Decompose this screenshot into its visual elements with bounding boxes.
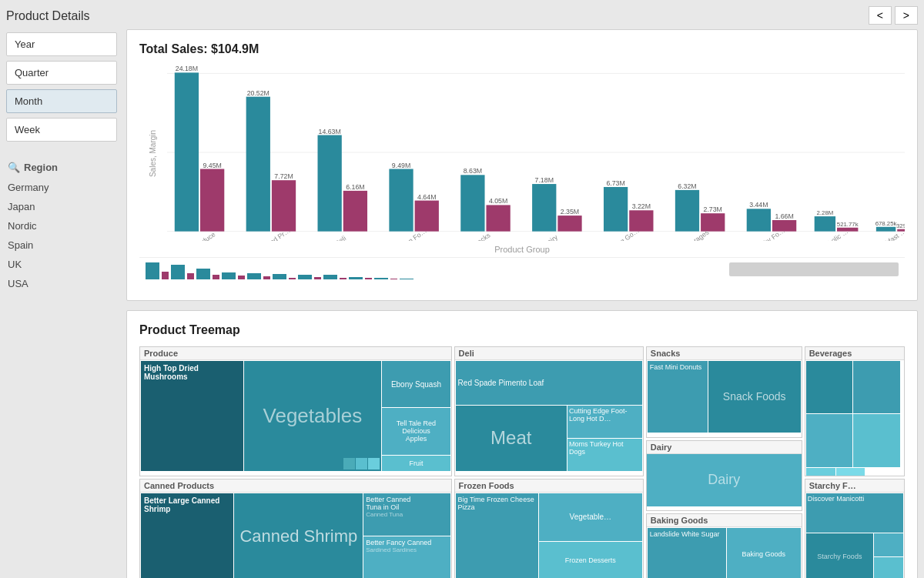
svg-text:521.77k: 521.77k — [837, 221, 859, 228]
section-produce-label: Produce — [140, 347, 451, 360]
svg-rect-51 — [815, 216, 835, 232]
produce-fruit: Fruit — [382, 456, 450, 471]
frozen-pizza: Big Time Frozen Cheese Pizza — [456, 493, 538, 578]
section-canned-label: Canned Products — [140, 479, 451, 493]
baking-goods: Baking Goods — [727, 528, 801, 578]
region-uk[interactable]: UK — [6, 255, 117, 274]
deli-moms-turkey: Moms Turkey Hot Dogs — [567, 439, 642, 471]
svg-text:6.73M: 6.73M — [606, 179, 624, 187]
svg-text:6.16M: 6.16M — [346, 183, 364, 191]
deli-cutting-edge: Cutting Edge Foot-Long Hot D… — [567, 406, 642, 438]
svg-rect-56 — [876, 227, 896, 232]
region-usa[interactable]: USA — [6, 274, 117, 293]
svg-text:1.66M: 1.66M — [775, 212, 793, 220]
filter-year[interactable]: Year — [6, 32, 117, 56]
svg-rect-6 — [175, 72, 199, 231]
nav-forward[interactable]: > — [895, 6, 918, 25]
page-title: Product Details — [6, 6, 117, 32]
svg-text:2.28M: 2.28M — [817, 209, 834, 216]
deli-meat: Meat — [456, 406, 567, 471]
chart-scroll[interactable] — [139, 257, 905, 288]
snacks-donuts: Fast Mini Donuts — [648, 361, 708, 433]
svg-text:9.49M: 9.49M — [392, 162, 410, 169]
svg-rect-31 — [532, 184, 556, 232]
region-filter-title: 🔍 Region — [6, 157, 117, 178]
svg-text:14.63M: 14.63M — [319, 128, 341, 135]
svg-text:7.18M: 7.18M — [535, 176, 554, 184]
section-starchy-label: Starchy F… — [805, 479, 904, 493]
produce-ebony-squash: Ebony Squash — [382, 361, 450, 407]
canned-shrimp-big: Canned Shrimp — [234, 493, 363, 578]
region-japan[interactable]: Japan — [6, 197, 117, 216]
canned-tuna: Better Canned Tuna in Oil Canned Tuna — [363, 493, 450, 536]
svg-text:678.25k: 678.25k — [875, 220, 897, 227]
treemap-title: Product Treemap — [139, 323, 905, 337]
frozen-vegetables: Vegetable… — [539, 493, 642, 541]
svg-rect-21 — [389, 169, 413, 232]
svg-rect-33 — [557, 215, 581, 232]
snacks-foods: Snack Foods — [708, 361, 801, 433]
svg-rect-11 — [246, 97, 270, 232]
svg-text:Snacks: Snacks — [469, 231, 492, 241]
treemap-card: Product Treemap Produce High Top Dried M… — [126, 310, 918, 578]
section-deli-label: Deli — [455, 347, 643, 360]
svg-text:Deli: Deli — [333, 234, 347, 241]
section-baking-label: Baking Goods — [647, 514, 802, 527]
search-icon: 🔍 — [8, 162, 20, 173]
svg-text:3.44M: 3.44M — [749, 201, 768, 209]
produce-tell-tale: Tell Tale Red Delicious Apples — [382, 408, 450, 454]
svg-rect-41 — [675, 190, 699, 232]
svg-text:8.63M: 8.63M — [464, 167, 482, 175]
section-snacks-label: Snacks — [647, 347, 802, 360]
starchy-manicotti: Discover Manicotti — [806, 493, 903, 533]
svg-rect-18 — [343, 191, 367, 232]
svg-text:Produce: Produce — [192, 230, 217, 241]
svg-text:20.52M: 20.52M — [247, 89, 270, 97]
canned-sardines: Better Fancy Canned Sardined Sardines — [363, 536, 450, 578]
svg-text:2.73M: 2.73M — [704, 205, 722, 213]
canned-shrimp-label: Better Large Canned Shrimp — [141, 493, 233, 578]
bar-chart-svg: 26M 13M 0 24.18M 9.45M Produce 20.52M — [167, 64, 905, 241]
svg-rect-13 — [272, 180, 296, 231]
svg-rect-26 — [460, 175, 484, 231]
filter-week[interactable]: Week — [6, 118, 117, 142]
x-axis-label: Product Group — [139, 245, 905, 254]
dairy-block: Dairy — [647, 454, 802, 507]
region-nordic[interactable]: Nordic — [6, 216, 117, 236]
svg-text:6.32M: 6.32M — [678, 182, 696, 190]
region-spain[interactable]: Spain — [6, 236, 117, 255]
svg-rect-16 — [318, 135, 342, 232]
section-dairy-label: Dairy — [647, 441, 802, 454]
svg-text:24.18M: 24.18M — [176, 65, 198, 72]
chart-title: Total Sales: $104.9M — [139, 42, 905, 56]
filter-month[interactable]: Month — [6, 89, 117, 113]
section-frozen-label: Frozen Foods — [455, 479, 643, 493]
baking-sugar: Landslide White Sugar — [648, 528, 726, 578]
produce-vegetables: Vegetables — [244, 361, 382, 471]
starchy-foods: Starchy Foods — [806, 533, 873, 578]
svg-rect-28 — [486, 205, 510, 231]
svg-rect-46 — [747, 209, 771, 231]
bar-chart-card: Total Sales: $104.9M Sales, Margin 26M 1… — [126, 29, 918, 301]
svg-text:Dairy: Dairy — [542, 233, 560, 241]
svg-text:3.22M: 3.22M — [632, 202, 651, 210]
deli-red-spade: Red Spade Pimento Loaf — [456, 361, 642, 405]
svg-text:4.64M: 4.64M — [417, 193, 436, 201]
section-beverages-label: Beverages — [805, 347, 904, 360]
frozen-desserts: Frozen Desserts — [539, 542, 642, 578]
filter-quarter[interactable]: Quarter — [6, 61, 117, 85]
svg-text:2.35M: 2.35M — [561, 208, 579, 215]
svg-rect-36 — [604, 187, 628, 232]
svg-text:9.45M: 9.45M — [203, 162, 221, 169]
svg-text:4.05M: 4.05M — [489, 197, 507, 205]
produce-mushrooms: High Top Dried Mushrooms — [141, 361, 243, 471]
region-germany[interactable]: Germany — [6, 178, 117, 197]
svg-text:7.72M: 7.72M — [274, 172, 293, 180]
nav-back[interactable]: < — [869, 6, 892, 25]
svg-rect-8 — [200, 169, 224, 232]
svg-rect-23 — [415, 201, 439, 232]
y-axis-label: Sales, Margin — [149, 130, 158, 177]
